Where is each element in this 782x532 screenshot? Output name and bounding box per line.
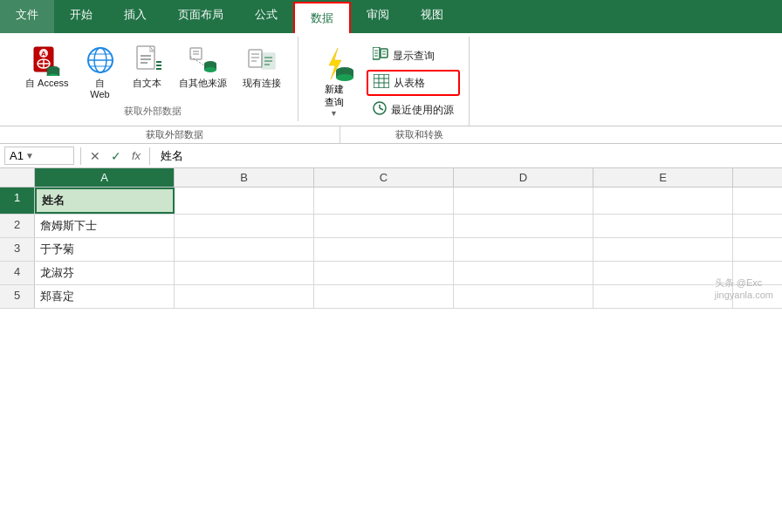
- row-header-3[interactable]: 3: [0, 238, 35, 261]
- from-text-label: 自文本: [133, 78, 161, 89]
- row-header-5[interactable]: 5: [0, 285, 35, 308]
- external-data-buttons: A 自 Access: [19, 40, 287, 105]
- from-web-button[interactable]: 自 Web: [79, 40, 122, 105]
- table-row: 4 龙淑芬: [0, 262, 782, 285]
- ribbon-content: A 自 Access: [0, 33, 782, 126]
- col-header-B[interactable]: B: [175, 168, 314, 187]
- show-query-button[interactable]: 显示查询: [367, 44, 460, 68]
- from-other-label: 自其他来源: [179, 78, 227, 89]
- cell-ref-dropdown-arrow[interactable]: ▼: [25, 151, 34, 160]
- svg-rect-47: [374, 74, 389, 88]
- confirm-formula-icon[interactable]: ✓: [108, 149, 124, 163]
- cell-C2[interactable]: [314, 215, 454, 237]
- tab-view[interactable]: 视图: [405, 0, 459, 33]
- tab-review[interactable]: 审阅: [351, 0, 405, 33]
- cell-C4[interactable]: [314, 262, 454, 284]
- stacked-small-buttons: 显示查询 从表格: [367, 44, 460, 122]
- cell-D5[interactable]: [454, 285, 593, 308]
- formula-input[interactable]: [156, 147, 778, 164]
- svg-text:A: A: [41, 50, 46, 58]
- table-row: 1 姓名: [0, 188, 782, 215]
- watermark: 头条 @Exc jingyanla.com: [715, 276, 773, 300]
- cell-A3[interactable]: 于予菊: [35, 238, 175, 261]
- cell-B4[interactable]: [175, 262, 314, 284]
- cell-A1[interactable]: 姓名: [35, 188, 175, 214]
- svg-point-8: [47, 73, 59, 76]
- cell-D4[interactable]: [454, 262, 593, 284]
- tab-file[interactable]: 文件: [0, 0, 54, 33]
- formula-actions: ✕ ✓ fx: [87, 149, 143, 163]
- from-other-button[interactable]: 自其他来源: [173, 40, 233, 93]
- tab-formulas[interactable]: 公式: [239, 0, 293, 33]
- existing-conn-icon: [246, 44, 278, 76]
- cell-E2[interactable]: [593, 215, 733, 237]
- table-row: 3 于予菊: [0, 238, 782, 262]
- cell-A2[interactable]: 詹姆斯下士: [35, 215, 175, 237]
- cell-D3[interactable]: [454, 238, 593, 261]
- clock-icon: [373, 101, 387, 119]
- cell-reference-box[interactable]: A1 ▼: [4, 147, 74, 165]
- new-query-container: 新建 查询 ▼: [307, 40, 361, 122]
- cell-A5[interactable]: 郑喜定: [35, 285, 175, 308]
- insert-function-icon[interactable]: fx: [129, 149, 143, 162]
- row-header-2[interactable]: 2: [0, 215, 35, 237]
- cell-E4[interactable]: [593, 262, 733, 284]
- svg-rect-44: [381, 49, 388, 58]
- cell-B1[interactable]: [175, 188, 314, 214]
- col-header-A[interactable]: A: [35, 168, 175, 187]
- cell-C1[interactable]: [314, 188, 454, 214]
- tab-insert[interactable]: 插入: [108, 0, 162, 33]
- svg-line-54: [380, 108, 383, 110]
- row-header-4[interactable]: 4: [0, 262, 35, 284]
- new-query-label: 新建 查询: [325, 83, 344, 109]
- existing-connections-button[interactable]: 现有连接: [237, 40, 287, 93]
- row-header-1[interactable]: 1: [0, 188, 35, 214]
- cell-E3[interactable]: [593, 238, 733, 261]
- cancel-formula-icon[interactable]: ✕: [87, 149, 103, 163]
- formula-divider-2: [149, 147, 150, 165]
- external-data-label: 获取外部数据: [9, 126, 340, 143]
- new-query-dropdown-arrow: ▼: [330, 109, 338, 118]
- recent-sources-button[interactable]: 最近使用的源: [367, 98, 460, 122]
- cell-C3[interactable]: [314, 238, 454, 261]
- cell-E5[interactable]: [593, 285, 733, 308]
- table-row: 5 郑喜定: [0, 285, 782, 309]
- formula-divider-1: [80, 147, 81, 165]
- group-labels-row: 获取外部数据 获取和转换: [0, 126, 782, 144]
- access-icon: A: [31, 44, 63, 76]
- external-data-group: A 自 Access: [9, 37, 298, 121]
- spreadsheet: A B C D E 1 姓名 2 詹姆斯下士 3 于予菊: [0, 168, 782, 309]
- new-query-icon-container: [315, 44, 353, 83]
- cell-B2[interactable]: [175, 215, 314, 237]
- web-icon: [85, 44, 116, 76]
- tab-pagelayout[interactable]: 页面布局: [162, 0, 239, 33]
- col-header-E[interactable]: E: [593, 168, 733, 187]
- from-text-button[interactable]: 自文本: [126, 40, 169, 93]
- svg-rect-28: [249, 50, 262, 67]
- cell-D2[interactable]: [454, 215, 593, 237]
- header-spacer: [0, 168, 35, 187]
- from-table-button[interactable]: 从表格: [367, 70, 460, 96]
- cell-C5[interactable]: [314, 285, 454, 308]
- watermark-line1: 头条 @Exc: [715, 276, 773, 290]
- column-headers: A B C D E: [0, 168, 782, 188]
- cell-B5[interactable]: [175, 285, 314, 308]
- cell-B3[interactable]: [175, 238, 314, 261]
- from-table-label: 从表格: [394, 76, 425, 91]
- col-header-C[interactable]: C: [314, 168, 454, 187]
- from-access-button[interactable]: A 自 Access: [19, 40, 75, 93]
- tab-home[interactable]: 开始: [54, 0, 108, 33]
- col-header-D[interactable]: D: [454, 168, 593, 187]
- cell-D1[interactable]: [454, 188, 593, 214]
- spreadsheet-container: A B C D E 1 姓名 2 詹姆斯下士 3 于予菊: [0, 168, 782, 309]
- from-web-label: 自 Web: [90, 78, 109, 100]
- get-transform-label: 获取和转换: [340, 126, 497, 143]
- recent-sources-label: 最近使用的源: [391, 103, 454, 118]
- from-table-icon: [374, 74, 389, 92]
- new-query-button[interactable]: 新建 查询 ▼: [307, 40, 361, 122]
- show-query-label: 显示查询: [393, 49, 435, 64]
- tab-data[interactable]: 数据: [293, 2, 351, 33]
- get-transform-group: 新建 查询 ▼: [298, 37, 470, 126]
- cell-A4[interactable]: 龙淑芬: [35, 262, 175, 284]
- cell-E1[interactable]: [593, 188, 733, 214]
